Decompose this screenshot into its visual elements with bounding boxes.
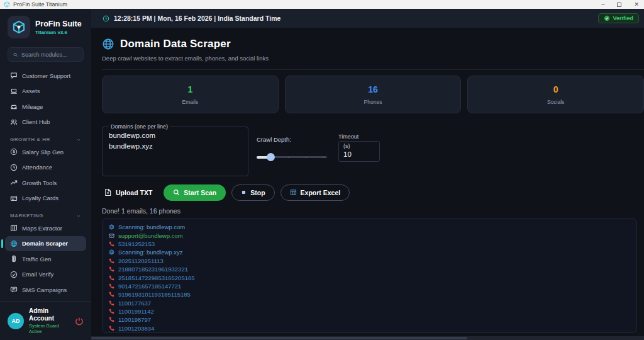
log-line-email: support@bundlewp.com — [109, 231, 630, 239]
log-line-phone: 53191252153 — [109, 240, 630, 248]
sidebar-item-label: Salary Slip Gen — [22, 149, 64, 156]
sidebar-section-growth-hr[interactable]: GROWTH & HR — [5, 137, 86, 142]
stat-card-socials: 0Socials — [467, 76, 644, 113]
log-text: 9014721657185147721 — [118, 283, 181, 290]
stat-value: 16 — [368, 84, 378, 94]
user-status: System Guard Active — [29, 323, 70, 334]
log-text: 20251120251113 — [118, 258, 164, 264]
upload-txt-button[interactable]: Upload TXT — [102, 184, 158, 201]
close-button[interactable]: ✕ — [634, 2, 639, 8]
module-search[interactable] — [8, 47, 84, 62]
sidebar-item-maps-extractor[interactable]: Maps Extractor — [5, 220, 86, 236]
sidebar-item-loyalty-cards[interactable]: Loyalty Cards — [5, 191, 86, 207]
log-line-phone: 218807185231961932321 — [109, 265, 630, 273]
sidebar-item-salary-slip-gen[interactable]: $Salary Slip Gen — [5, 144, 86, 160]
search-icon — [13, 52, 18, 58]
sidebar-item-label: Attendance — [22, 164, 52, 171]
upload-txt-label: Upload TXT — [116, 189, 152, 196]
maximize-button[interactable] — [617, 3, 621, 7]
content: Domain Data Scraper Deep crawl websites … — [91, 28, 644, 340]
power-icon[interactable] — [75, 317, 84, 326]
log-text: 11001203834 — [118, 325, 154, 332]
sidebar-item-mileage[interactable]: Mileage — [5, 99, 86, 115]
sidebar-item-growth-tools[interactable]: Growth Tools — [5, 175, 86, 191]
clock-icon — [103, 15, 109, 22]
stat-label: Socials — [547, 99, 564, 105]
sidebar-item-label: Client Hub — [22, 118, 50, 125]
stop-icon — [241, 190, 247, 195]
crawl-depth-slider[interactable] — [257, 153, 327, 161]
sidebar-item-email-verify[interactable]: Email Verify — [5, 267, 86, 283]
horizontal-scrollbar[interactable] — [91, 336, 644, 340]
verified-badge: Verified — [598, 13, 639, 23]
file-upload-icon — [104, 188, 112, 196]
laptop-icon — [10, 88, 18, 95]
clock-icon — [10, 164, 18, 171]
log-text: 25185147229853165205165 — [118, 275, 195, 281]
sidebar-item-customer-support[interactable]: Customer Support — [5, 68, 86, 84]
sidebar-nav: Customer SupportAssetsMileageClient HubG… — [0, 67, 91, 301]
sidebar-item-label: Loyalty Cards — [22, 195, 58, 201]
user-area: AD Admin Account System Guard Active — [0, 301, 91, 340]
sidebar-item-assets[interactable]: Assets — [5, 84, 86, 99]
phone-icon — [109, 309, 114, 314]
brand-name: ProFin Suite — [35, 20, 82, 28]
timeout-value: 10 — [343, 150, 375, 158]
sidebar-section-marketing[interactable]: MARKETING — [5, 213, 86, 218]
sidebar-item-attendance[interactable]: Attendance — [5, 160, 86, 176]
stop-label: Stop — [250, 189, 265, 196]
chat-icon — [10, 72, 18, 79]
slider-handle[interactable] — [267, 153, 275, 161]
sidebar-item-label: Customer Support — [22, 72, 70, 79]
brand-version: Titanium v3.6 — [35, 30, 82, 35]
sidebar-item-traffic-gen[interactable]: Traffic Gen — [5, 251, 86, 267]
sidebar: ProFin Suite Titanium v3.6 Customer Supp… — [0, 9, 91, 340]
phone-icon — [109, 258, 114, 264]
stop-button[interactable]: Stop — [231, 184, 274, 201]
window-title: ProFin Suite Titanium — [13, 1, 67, 8]
section-title: GROWTH & HR — [10, 137, 50, 142]
minimize-button[interactable]: – — [601, 2, 604, 8]
envelope-icon — [109, 233, 114, 239]
log-line-phone: 11001203834 — [109, 324, 630, 332]
sidebar-item-label: Assets — [22, 88, 40, 94]
crawl-depth-label: Crawl Depth: — [257, 136, 327, 143]
start-scan-button[interactable]: Start Scan — [164, 184, 226, 201]
globe-icon — [10, 240, 18, 247]
search-input[interactable] — [21, 52, 78, 58]
phone-icon — [109, 326, 114, 331]
timeout-unit: (s) — [343, 143, 375, 149]
traffic-icon — [10, 255, 18, 263]
log-line-phone: 1100198482 — [109, 332, 630, 333]
sidebar-item-domain-scraper[interactable]: Domain Scraper — [5, 236, 86, 252]
phone-icon — [109, 266, 114, 272]
phone-icon — [109, 317, 114, 322]
timeout-input[interactable]: (s) 10 — [338, 141, 380, 162]
datetime-text: 12:28:15 PM | Mon, 16 Feb 2026 | India S… — [114, 14, 280, 22]
sidebar-item-client-hub[interactable]: Client Hub — [5, 115, 86, 130]
page-subtitle: Deep crawl websites to extract emails, p… — [102, 55, 644, 62]
verified-label: Verified — [613, 15, 633, 21]
stat-value: 1 — [187, 84, 192, 94]
log-text: Scanning: bundlewp.com — [118, 224, 185, 230]
phone-icon — [109, 292, 114, 297]
map-icon — [10, 224, 18, 232]
os-titlebar: ProFin Suite Titanium – ✕ — [0, 0, 644, 9]
log-line-phone: 11001991142 — [109, 307, 630, 315]
sidebar-item-sms-campaigns[interactable]: SMS Campaigns — [5, 282, 86, 298]
sidebar-item-label: Domain Scraper — [22, 240, 68, 247]
log-text: 1100198797 — [118, 316, 151, 323]
log-text: 9196193101193185115185 — [118, 291, 191, 298]
verify-icon — [10, 271, 18, 278]
log-line-phone: 25185147229853165205165 — [109, 273, 630, 281]
domains-label: Domains (one per line) — [109, 123, 170, 130]
sidebar-item-label: Maps Extractor — [22, 225, 62, 232]
car-icon — [10, 103, 18, 110]
user-name: Admin Account — [29, 307, 70, 322]
phone-icon — [109, 300, 114, 306]
export-excel-button[interactable]: Export Excel — [280, 184, 350, 201]
app-logo-icon — [4, 1, 10, 8]
scrollbar-thumb[interactable] — [91, 337, 467, 339]
log-line-scan: Scanning: bundlewp.com — [109, 223, 630, 231]
domains-textarea[interactable]: bundlewp.com bundlewp.xyz — [109, 130, 242, 152]
